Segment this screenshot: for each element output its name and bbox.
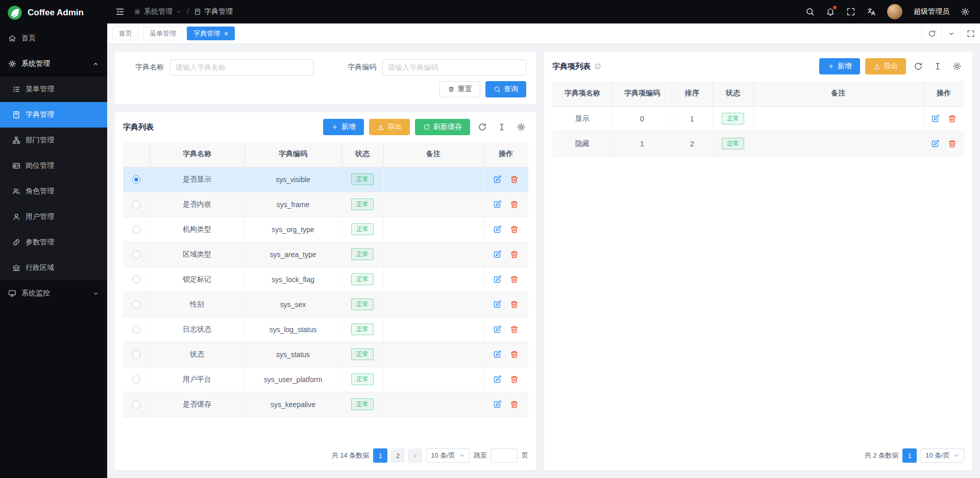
item-column-settings-button[interactable] [930,59,945,73]
user-name[interactable]: 超级管理员 [914,7,949,16]
next-page-button[interactable] [408,448,422,463]
export-item-button[interactable]: 导出 [865,58,906,74]
column-settings-button[interactable] [495,120,509,134]
dict-name-input[interactable] [170,59,314,76]
dict-table-row[interactable]: 日志状态sys_log_status正常 [123,317,528,342]
dict-table-row[interactable]: 是否显示sys_visible正常 [123,167,528,192]
refresh-icon [423,123,430,131]
dict-table-row[interactable]: 是否内嵌sys_frame正常 [123,192,528,217]
tab-2[interactable]: 字典管理× [187,27,235,40]
delete-icon[interactable] [948,139,957,148]
sidebar-item-home[interactable]: 首页 [0,26,107,51]
export-dict-button[interactable]: 导出 [369,119,410,135]
dict-table-row[interactable]: 性别sys_sex正常 [123,292,528,317]
edit-icon[interactable] [493,375,502,384]
sidebar-item-dept-management[interactable]: 部门管理 [0,128,107,153]
delete-icon[interactable] [510,250,519,259]
edit-icon[interactable] [493,325,502,334]
tab-0[interactable]: 首页 [112,27,139,40]
edit-icon[interactable] [931,139,940,148]
sidebar-item-dict-management[interactable]: 字典管理 [0,102,107,128]
sidebar-item-post-management[interactable]: 岗位管理 [0,153,107,179]
content: 字典名称 字典编码 重置 [107,44,980,478]
edit-icon[interactable] [493,275,502,284]
jump-page-input[interactable] [491,448,518,463]
page-size-select[interactable]: 10 条/页 [921,448,964,463]
edit-icon[interactable] [493,350,502,359]
delete-icon[interactable] [510,175,519,184]
sidebar-item-role-management[interactable]: 角色管理 [0,179,107,204]
sidebar-item-system-monitor[interactable]: 系统监控 [0,281,107,306]
delete-icon[interactable] [510,400,519,409]
reload-item-table-button[interactable] [911,59,925,73]
edit-icon[interactable] [493,200,502,209]
sidebar-item-admin-region[interactable]: 行政区域 [0,255,107,281]
add-dict-button[interactable]: 新增 [323,119,364,135]
expand-content-button[interactable] [961,23,980,43]
row-radio[interactable] [132,275,140,284]
tab-close-icon[interactable]: × [224,30,228,37]
app-logo[interactable]: Coffee Admin [0,0,107,26]
query-button[interactable]: 查询 [485,81,526,97]
refresh-page-button[interactable] [922,23,941,43]
row-radio[interactable] [132,325,140,334]
dict-code-input[interactable] [382,59,526,76]
dict-table-row[interactable]: 是否缓存sys_keepalive正常 [123,392,528,417]
sidebar-item-user-management[interactable]: 用户管理 [0,204,107,230]
delete-icon[interactable] [948,114,957,123]
edit-icon[interactable] [493,400,502,409]
row-radio[interactable] [132,175,140,184]
row-radio[interactable] [132,300,140,309]
edit-icon[interactable] [493,250,502,259]
dict-table-row[interactable]: 锁定标记sys_lock_flag正常 [123,267,528,292]
notifications-button[interactable] [826,7,835,16]
row-radio[interactable] [132,250,140,259]
edit-icon[interactable] [931,114,940,123]
sidebar-item-system-management[interactable]: 系统管理 [0,51,107,77]
delete-icon[interactable] [510,300,519,309]
sidebar-item-param-management[interactable]: 参数管理 [0,230,107,255]
edit-icon[interactable] [493,175,502,184]
reload-table-button[interactable] [475,120,489,134]
edit-icon[interactable] [493,225,502,234]
row-radio[interactable] [132,350,140,359]
breadcrumb-system-management[interactable]: 系统管理 [134,7,182,16]
settings-gear-icon[interactable] [961,7,970,16]
dict-code-cell: sys_area_type [244,242,341,267]
dict-table-row[interactable]: 用户平台sys_user_platform正常 [123,367,528,392]
avatar[interactable] [887,4,902,19]
delete-icon[interactable] [510,325,519,334]
sidebar-item-menu-management[interactable]: 菜单管理 [0,77,107,102]
dict-table-row[interactable]: 状态sys_status正常 [123,342,528,367]
item-table-settings-button[interactable] [950,59,964,73]
delete-icon[interactable] [510,350,519,359]
page-button-2[interactable]: 2 [390,448,405,463]
dict-table-row[interactable]: 机构类型sys_org_type正常 [123,217,528,242]
add-item-button[interactable]: 新增 [819,58,860,74]
search-icon[interactable] [805,7,815,16]
page-button-1[interactable]: 1 [902,448,917,463]
refresh-cache-button[interactable]: 刷新缓存 [415,119,470,135]
delete-icon[interactable] [510,275,519,284]
delete-icon[interactable] [510,225,519,234]
dict-item-row[interactable]: 显示01正常 [552,106,964,131]
translate-icon[interactable] [867,7,876,16]
row-radio[interactable] [132,400,140,409]
row-radio[interactable] [132,225,140,234]
tab-options-button[interactable] [941,23,961,43]
table-settings-button[interactable] [514,120,528,134]
reset-button[interactable]: 重置 [439,81,480,97]
row-radio[interactable] [132,375,140,384]
notification-badge [833,6,837,9]
dict-table-row[interactable]: 区域类型sys_area_type正常 [123,242,528,267]
tab-1[interactable]: 菜单管理 [143,27,183,40]
edit-icon[interactable] [493,300,502,309]
dict-item-row[interactable]: 隐藏12正常 [552,131,964,156]
page-size-select[interactable]: 10 条/页 [426,448,470,463]
fullscreen-icon[interactable] [846,7,855,16]
delete-icon[interactable] [510,200,519,209]
page-button-1[interactable]: 1 [373,448,387,463]
collapse-sidebar-icon[interactable] [115,7,125,16]
delete-icon[interactable] [510,375,519,384]
row-radio[interactable] [132,200,140,209]
